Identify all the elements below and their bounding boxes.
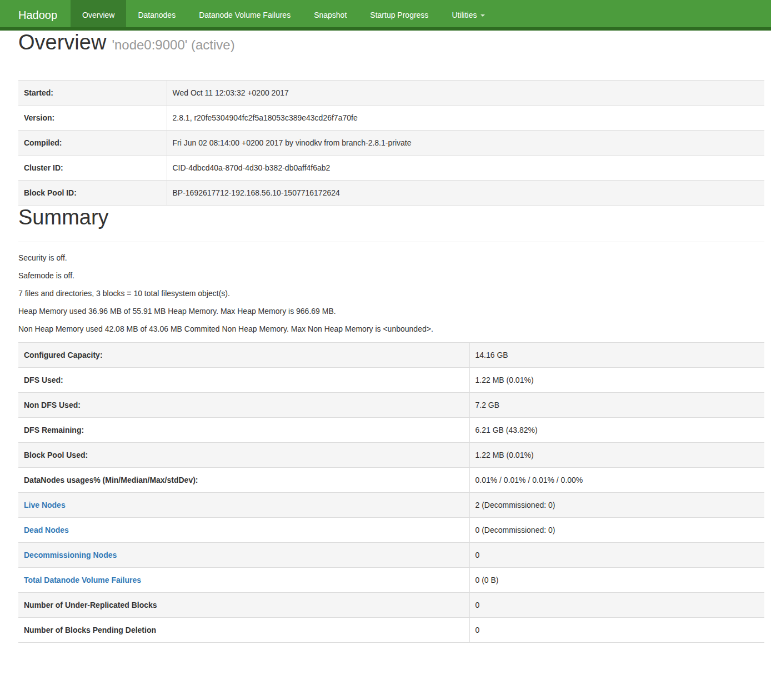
table-row: DFS Used: 1.22 MB (0.01%) — [18, 368, 764, 393]
overview-section-heading: Overview'node0:9000' (active) — [18, 31, 764, 54]
summary-heap-memory: Heap Memory used 36.96 MB of 55.91 MB He… — [18, 307, 764, 316]
navbar-items: Overview Datanodes Datanode Volume Failu… — [71, 0, 496, 27]
summary-row-non-dfs-used-label: Non DFS Used: — [18, 393, 469, 418]
table-row: DFS Remaining: 6.21 GB (43.82%) — [18, 418, 764, 443]
summary-row-dfs-used-value: 1.22 MB (0.01%) — [469, 368, 764, 393]
page-title: Overview — [18, 31, 106, 54]
table-row: Started: Wed Oct 11 12:03:32 +0200 2017 — [18, 81, 764, 106]
summary-row-blocks-pending-deletion-value: 0 — [469, 618, 764, 643]
page-subtitle: 'node0:9000' (active) — [112, 37, 234, 52]
summary-row-live-nodes-value: 2 (Decommissioned: 0) — [469, 493, 764, 518]
summary-safemode-status: Safemode is off. — [18, 271, 764, 280]
summary-row-dfs-used-label: DFS Used: — [18, 368, 469, 393]
total-datanode-volume-failures-link[interactable]: Total Datanode Volume Failures — [24, 576, 141, 584]
overview-row-block-pool-id-label: Block Pool ID: — [18, 181, 167, 206]
table-row: Block Pool Used: 1.22 MB (0.01%) — [18, 443, 764, 468]
summary-row-under-replicated-label: Number of Under-Replicated Blocks — [18, 593, 469, 618]
summary-row-under-replicated-value: 0 — [469, 593, 764, 618]
nav-item-utilities-label: Utilities — [452, 11, 477, 19]
nav-item-snapshot[interactable]: Snapshot — [302, 0, 358, 27]
overview-row-started-label: Started: — [18, 81, 167, 106]
table-row: Non DFS Used: 7.2 GB — [18, 393, 764, 418]
brand-hadoop[interactable]: Hadoop — [0, 0, 71, 27]
summary-row-blocks-pending-deletion-label: Number of Blocks Pending Deletion — [18, 618, 469, 643]
nav-item-datanode-volume-failures[interactable]: Datanode Volume Failures — [187, 0, 302, 27]
table-row: Configured Capacity: 14.16 GB — [18, 343, 764, 368]
summary-row-block-pool-used-value: 1.22 MB (0.01%) — [469, 443, 764, 468]
summary-non-heap-memory: Non Heap Memory used 42.08 MB of 43.06 M… — [18, 324, 764, 333]
table-row: Version: 2.8.1, r20fe5304904fc2f5a18053c… — [18, 106, 764, 131]
table-row: Decommissioning Nodes 0 — [18, 543, 764, 568]
section-divider — [18, 242, 764, 242]
table-row: Number of Under-Replicated Blocks 0 — [18, 593, 764, 618]
summary-row-datanodes-usages-value: 0.01% / 0.01% / 0.01% / 0.00% — [469, 468, 764, 493]
table-row: Total Datanode Volume Failures 0 (0 B) — [18, 568, 764, 593]
live-nodes-link[interactable]: Live Nodes — [24, 501, 66, 509]
summary-table: Configured Capacity: 14.16 GB DFS Used: … — [18, 342, 764, 643]
table-row: Cluster ID: CID-4dbcd40a-870d-4d30-b382-… — [18, 156, 764, 181]
summary-row-volume-failures-value: 0 (0 B) — [469, 568, 764, 593]
caret-down-icon — [480, 14, 485, 17]
overview-row-compiled-label: Compiled: — [18, 131, 167, 156]
summary-row-block-pool-used-label: Block Pool Used: — [18, 443, 469, 468]
summary-section-heading: Summary — [18, 206, 764, 229]
nav-item-startup-progress[interactable]: Startup Progress — [358, 0, 440, 27]
nav-item-datanodes[interactable]: Datanodes — [126, 0, 187, 27]
summary-row-configured-capacity-value: 14.16 GB — [469, 343, 764, 368]
table-row: DataNodes usages% (Min/Median/Max/stdDev… — [18, 468, 764, 493]
table-row: Number of Blocks Pending Deletion 0 — [18, 618, 764, 643]
overview-row-block-pool-id-value: BP-1692617712-192.168.56.10-150771617262… — [167, 181, 764, 206]
overview-row-started-value: Wed Oct 11 12:03:32 +0200 2017 — [167, 81, 764, 106]
table-row: Live Nodes 2 (Decommissioned: 0) — [18, 493, 764, 518]
summary-paragraphs: Security is off. Safemode is off. 7 file… — [18, 253, 764, 333]
overview-row-cluster-id-value: CID-4dbcd40a-870d-4d30-b382-db0aff4f6ab2 — [167, 156, 764, 181]
dead-nodes-link[interactable]: Dead Nodes — [24, 526, 69, 534]
overview-row-compiled-value: Fri Jun 02 08:14:00 +0200 2017 by vinodk… — [167, 131, 764, 156]
overview-row-version-label: Version: — [18, 106, 167, 131]
nav-item-utilities[interactable]: Utilities — [440, 0, 496, 27]
overview-table: Started: Wed Oct 11 12:03:32 +0200 2017 … — [18, 80, 764, 206]
summary-row-dfs-remaining-label: DFS Remaining: — [18, 418, 469, 443]
overview-row-cluster-id-label: Cluster ID: — [18, 156, 167, 181]
summary-filesystem-objects: 7 files and directories, 3 blocks = 10 t… — [18, 289, 764, 298]
summary-row-configured-capacity-label: Configured Capacity: — [18, 343, 469, 368]
summary-row-dfs-remaining-value: 6.21 GB (43.82%) — [469, 418, 764, 443]
top-navbar: Hadoop Overview Datanodes Datanode Volum… — [0, 0, 771, 31]
page-content: Overview'node0:9000' (active) Started: W… — [18, 31, 764, 643]
summary-row-non-dfs-used-value: 7.2 GB — [469, 393, 764, 418]
nav-item-overview[interactable]: Overview — [71, 0, 126, 27]
table-row: Compiled: Fri Jun 02 08:14:00 +0200 2017… — [18, 131, 764, 156]
summary-row-datanodes-usages-label: DataNodes usages% (Min/Median/Max/stdDev… — [18, 468, 469, 493]
table-row: Dead Nodes 0 (Decommissioned: 0) — [18, 518, 764, 543]
decommissioning-nodes-link[interactable]: Decommissioning Nodes — [24, 551, 117, 559]
summary-security-status: Security is off. — [18, 253, 764, 262]
summary-row-dead-nodes-value: 0 (Decommissioned: 0) — [469, 518, 764, 543]
table-row: Block Pool ID: BP-1692617712-192.168.56.… — [18, 181, 764, 206]
overview-row-version-value: 2.8.1, r20fe5304904fc2f5a18053c389e43cd2… — [167, 106, 764, 131]
summary-row-decommissioning-nodes-value: 0 — [469, 543, 764, 568]
